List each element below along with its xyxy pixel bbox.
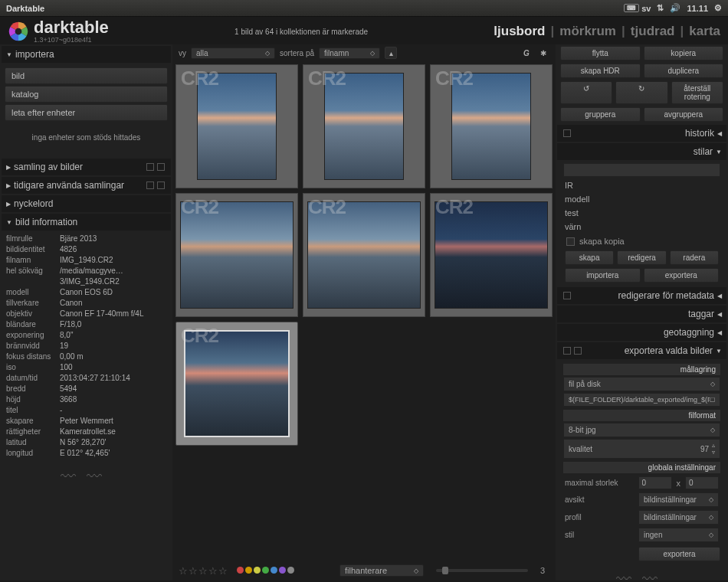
pane-export[interactable]: exportera valda bilder▼ bbox=[557, 342, 726, 359]
thumbnail[interactable]: CR2 bbox=[175, 193, 298, 317]
sort-select[interactable]: filnamn◇ bbox=[319, 47, 380, 59]
storage-select[interactable]: fil på disk◇ bbox=[563, 377, 720, 391]
tab-map[interactable]: karta bbox=[689, 24, 720, 38]
thumbnail[interactable]: CR2 bbox=[303, 64, 425, 188]
import-folder-button[interactable]: katalog bbox=[5, 86, 168, 103]
style-item[interactable]: värn bbox=[562, 220, 722, 234]
zoom-slider[interactable] bbox=[436, 569, 528, 572]
move-button[interactable]: flytta bbox=[560, 46, 641, 60]
pane-history[interactable]: historik◀ bbox=[557, 125, 726, 142]
global-header: globala inställningar bbox=[563, 462, 720, 473]
style-item[interactable]: modell bbox=[562, 192, 722, 206]
pane-keyword[interactable]: ▶nyckelord bbox=[2, 195, 171, 212]
rotate-cw-button[interactable]: ↻ bbox=[615, 81, 667, 104]
tab-lighttable[interactable]: ljusbord bbox=[494, 24, 545, 38]
reset-icon[interactable] bbox=[574, 347, 582, 355]
zoom-value: 3 bbox=[536, 566, 549, 575]
presets-icon[interactable] bbox=[157, 181, 165, 189]
flourish: 〰〰 bbox=[2, 468, 171, 486]
style-item[interactable]: test bbox=[562, 206, 722, 220]
reset-icon[interactable] bbox=[146, 181, 154, 189]
pane-styles[interactable]: stilar▼ bbox=[557, 143, 726, 160]
tab-tethering[interactable]: tjudrad bbox=[631, 24, 675, 38]
thumbnail[interactable]: CR2 bbox=[175, 64, 298, 188]
thumbnail[interactable]: CR2 bbox=[303, 193, 425, 317]
presets-icon[interactable] bbox=[157, 163, 165, 171]
group-button[interactable]: gruppera bbox=[560, 107, 641, 122]
presets-icon[interactable] bbox=[563, 347, 571, 355]
pane-import[interactable]: ▼importera bbox=[2, 46, 171, 63]
max-height-input[interactable] bbox=[685, 476, 719, 489]
flourish: 〰〰 bbox=[557, 571, 726, 582]
thumbnail-grid: CR2CR2CR2CR2CR2CR2CR2 bbox=[172, 61, 556, 547]
brand-name: darktable bbox=[34, 19, 109, 36]
pane-tags[interactable]: taggar◀ bbox=[557, 306, 726, 322]
presets-icon[interactable] bbox=[563, 129, 571, 137]
scan-devices-button[interactable]: leta efter enheter bbox=[5, 104, 168, 121]
selection-status: 1 bild av 64 i kollektionen är markerade bbox=[109, 28, 494, 36]
style-create-button[interactable]: skapa bbox=[565, 250, 614, 265]
styles-copy-checkbox[interactable]: skapa kopia bbox=[562, 234, 722, 249]
network-icon[interactable]: ⇅ bbox=[657, 3, 664, 13]
profile-select[interactable]: bildinställningar◇ bbox=[638, 510, 719, 525]
presets-icon[interactable] bbox=[563, 292, 571, 299]
view-label: vy bbox=[179, 49, 186, 57]
styles-search[interactable] bbox=[563, 163, 720, 177]
no-devices-msg: inga enheter som stöds hittades bbox=[5, 133, 168, 142]
sort-direction-button[interactable]: ▴ bbox=[385, 47, 397, 59]
version: 1.3+107~g018e4f1 bbox=[34, 36, 109, 44]
export-button[interactable]: exportera bbox=[638, 547, 720, 561]
storage-header: mållagring bbox=[563, 364, 720, 375]
max-width-input[interactable] bbox=[638, 476, 672, 489]
power-icon[interactable]: ⚙ bbox=[714, 3, 722, 13]
style-edit-button[interactable]: redigera bbox=[617, 250, 666, 265]
maxsize-label: maximal storlek bbox=[565, 479, 634, 487]
view-select[interactable]: alla◇ bbox=[191, 47, 275, 59]
app-logo: darktable 1.3+107~g018e4f1 bbox=[8, 18, 109, 44]
grouping-button[interactable]: G bbox=[520, 47, 533, 59]
format-select[interactable]: 8-bit jpg◇ bbox=[563, 423, 720, 437]
window-title: Darktable bbox=[6, 4, 44, 13]
style-export-button[interactable]: exportera bbox=[644, 268, 720, 283]
rating-stars[interactable]: ☆☆☆☆☆ bbox=[179, 565, 228, 577]
style-item[interactable]: IR bbox=[562, 178, 722, 192]
hdr-button[interactable]: skapa HDR bbox=[560, 64, 641, 78]
sort-label: sortera på bbox=[280, 49, 314, 57]
pane-recent[interactable]: ▶tidigare använda samlingar bbox=[2, 177, 171, 194]
style-label: stil bbox=[565, 531, 634, 539]
rotate-ccw-button[interactable]: ↺ bbox=[560, 81, 612, 104]
format-header: filformat bbox=[563, 410, 720, 421]
export-path-input[interactable]: $(FILE_FOLDER)/darktable_exported/img_$(… bbox=[563, 393, 720, 407]
color-labels[interactable] bbox=[236, 566, 295, 575]
overlay-settings-button[interactable]: ✱ bbox=[537, 47, 549, 59]
clock: 11.11 bbox=[687, 4, 708, 13]
pane-metadata-editor[interactable]: redigerare för metadata◀ bbox=[557, 287, 726, 304]
profile-label: profil bbox=[565, 513, 634, 522]
svg-point-0 bbox=[15, 28, 22, 35]
thumbnail[interactable]: CR2 bbox=[430, 64, 553, 188]
reset-rotation-button[interactable]: återställ rotering bbox=[671, 81, 723, 104]
intent-select[interactable]: bildinställningar◇ bbox=[638, 492, 719, 507]
style-delete-button[interactable]: radera bbox=[670, 250, 719, 265]
thumbnail[interactable]: CR2 bbox=[430, 193, 553, 317]
intent-label: avsikt bbox=[565, 495, 634, 504]
style-import-button[interactable]: importera bbox=[565, 268, 641, 283]
export-style-select[interactable]: ingen◇ bbox=[638, 528, 719, 542]
duplicate-button[interactable]: duplicera bbox=[644, 64, 724, 78]
reset-icon[interactable] bbox=[146, 163, 154, 171]
image-info-table: filmrulleBjäre 2013bildidentitet4826filn… bbox=[2, 231, 171, 462]
volume-icon[interactable]: 🔊 bbox=[670, 3, 680, 13]
pane-geotag[interactable]: geotaggning◀ bbox=[557, 324, 726, 341]
keyboard-icon[interactable]: ⌨ sv bbox=[624, 4, 651, 13]
quality-slider[interactable]: kvalitet97▵▿ bbox=[563, 439, 720, 459]
thumbnail[interactable]: CR2 bbox=[175, 322, 298, 446]
layout-select[interactable]: filhanterare◇ bbox=[339, 564, 424, 577]
pane-imageinfo[interactable]: ▼bild information bbox=[2, 214, 171, 231]
copy-button[interactable]: kopiera bbox=[644, 46, 724, 60]
tab-darkroom[interactable]: mörkrum bbox=[559, 24, 616, 38]
ungroup-button[interactable]: avgruppera bbox=[644, 107, 724, 122]
import-image-button[interactable]: bild bbox=[5, 67, 168, 84]
pane-collect[interactable]: ▶samling av bilder bbox=[2, 159, 171, 175]
